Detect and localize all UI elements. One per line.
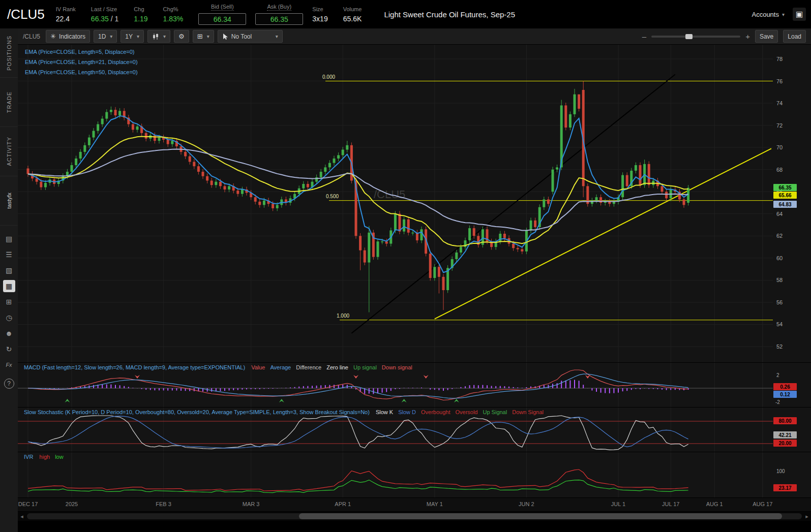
- scroll-left-arrow[interactable]: ◂: [18, 513, 26, 520]
- macd-value-axis-box: 0.26: [773, 383, 797, 390]
- zoom-slider[interactable]: [651, 36, 740, 38]
- svg-text:74: 74: [776, 100, 783, 106]
- history-clock-icon[interactable]: ◷: [3, 311, 15, 324]
- sidebar-icon-column: ▤☰▧▦⊞◷☻↻Fx?: [3, 233, 15, 389]
- active-chart-icon[interactable]: ▦: [3, 280, 15, 292]
- chg-stat: Chg 1.19: [134, 6, 147, 23]
- community-icon[interactable]: ☻: [3, 327, 15, 339]
- ask-button[interactable]: 66.35: [255, 13, 303, 25]
- overbought-axis-box: 80.00: [773, 417, 797, 424]
- save-button[interactable]: Save: [755, 30, 778, 43]
- drawing-tool-dropdown[interactable]: No Tool ▾: [218, 30, 283, 43]
- svg-text:70: 70: [776, 144, 783, 150]
- chg-value: 1.19: [134, 15, 147, 23]
- legend-item: high: [39, 454, 50, 460]
- sidebar-tab-positions[interactable]: POSITIONS: [0, 28, 18, 78]
- load-button[interactable]: Load: [783, 30, 806, 43]
- contract-description: Light Sweet Crude Oil Futures, Sep-25: [384, 10, 515, 19]
- macd-title: MACD (Fast length=12, Slow length=26, MA…: [24, 364, 245, 370]
- ask-stat: Ask (Buy) 66.35: [255, 4, 303, 25]
- grid-layout-icon[interactable]: ⊞: [3, 296, 15, 308]
- svg-text:60: 60: [776, 255, 783, 261]
- size-label: Size: [312, 6, 323, 12]
- time-axis: DEC 172025FEB 3MAR 3APR 1MAY 1JUN 2JUL 1…: [18, 497, 811, 511]
- svg-text:54: 54: [776, 321, 783, 327]
- ivr-title: IVR: [24, 454, 33, 460]
- chgpct-value: 1.83%: [163, 15, 184, 23]
- accounts-dropdown[interactable]: Accounts ▾: [752, 11, 785, 18]
- chart-notes-icon[interactable]: ▧: [3, 264, 15, 276]
- svg-text:100: 100: [776, 468, 785, 474]
- last-size-stat: Last / Size 66.35 / 1: [91, 6, 119, 23]
- ema21-axis-box: 65.66: [773, 192, 797, 199]
- fx-icon[interactable]: Fx: [3, 359, 15, 371]
- scrollbar-thumb[interactable]: [299, 513, 782, 519]
- trading-app: /CLU5 IV Rank 22.4 Last / Size 66.35 / 1…: [0, 0, 811, 532]
- zoom-out-button[interactable]: –: [642, 32, 646, 41]
- time-axis-label: JUL 1: [611, 501, 625, 507]
- ema5-label: EMA (Price=CLOSE, Length=5, Displace=0): [25, 49, 138, 55]
- replay-icon[interactable]: ↻: [3, 343, 15, 355]
- time-axis-label: 2025: [66, 501, 78, 507]
- help-icon[interactable]: ?: [4, 379, 14, 389]
- symbol-title: /CLU5: [7, 7, 45, 22]
- range-dropdown[interactable]: 1Y ▾: [121, 30, 144, 43]
- time-axis-label: MAR 3: [243, 501, 260, 507]
- svg-text:64: 64: [776, 211, 783, 217]
- legend-item: Average: [270, 364, 291, 370]
- grid-layout-icon: ⊞: [197, 33, 203, 40]
- sidebar-tab-activity[interactable]: ACTIVITY: [0, 127, 18, 176]
- chart-area: EMA (Price=CLOSE, Length=5, Displace=0) …: [18, 45, 811, 532]
- sidebar-tab-tastyfx[interactable]: tastyfx: [0, 176, 18, 226]
- horizontal-scrollbar[interactable]: ◂ ▸: [18, 512, 811, 521]
- last-size: / 1: [111, 15, 119, 23]
- indicators-icon: ✳: [50, 33, 56, 40]
- indicators-label: Indicators: [59, 33, 85, 40]
- chart-settings-button[interactable]: ⚙: [174, 30, 189, 43]
- time-axis-label: APR 1: [335, 501, 351, 507]
- chevron-down-icon: ▾: [782, 12, 785, 17]
- ema21-label: EMA (Price=CLOSE, Length=21, Displace=0): [25, 59, 138, 65]
- chgpct-label: Chg%: [163, 6, 178, 12]
- iv-rank-stat: IV Rank 22.4: [56, 6, 76, 23]
- timeframe-value: 1D: [98, 33, 106, 40]
- svg-text:-2: -2: [775, 399, 780, 405]
- legend-item: Value: [251, 364, 265, 370]
- time-axis-label: MAY 1: [427, 501, 443, 507]
- last-size-label: Last / Size: [91, 6, 117, 12]
- ivr-chart-canvas[interactable]: 100: [18, 452, 811, 498]
- timeframe-dropdown[interactable]: 1D ▾: [94, 30, 117, 43]
- zoom-slider-handle[interactable]: [685, 34, 693, 39]
- stochastic-title: Slow Stochastic (K Period=10, D Period=1…: [24, 409, 370, 415]
- stochastic-legend: Slow KSlow DOverboughtOversoldUp SignalD…: [376, 409, 544, 415]
- scrollbar-track[interactable]: [27, 513, 802, 519]
- volume-value: 65.6K: [343, 15, 362, 23]
- ask-label: Ask (Buy): [267, 4, 291, 11]
- watchlist-icon[interactable]: ☰: [3, 248, 15, 261]
- svg-text:58: 58: [776, 277, 783, 283]
- size-stat: Size 3x19: [312, 6, 327, 23]
- sidebar-tab-trade[interactable]: TRADE: [0, 78, 18, 127]
- bid-stat: Bid (Sell) 66.34: [198, 4, 246, 25]
- ivr-panel: IVR highlow 100 23.17: [18, 452, 811, 498]
- price-chart-canvas[interactable]: /CLU50.0000.5001.00078767472706866646260…: [18, 45, 811, 362]
- apps-grid-icon[interactable]: ▣: [793, 8, 806, 21]
- indicators-button[interactable]: ✳ Indicators: [46, 30, 90, 43]
- scroll-right-arrow[interactable]: ▸: [803, 513, 811, 520]
- svg-text:62: 62: [776, 233, 783, 239]
- iv-rank-label: IV Rank: [56, 6, 76, 12]
- bid-button[interactable]: 66.34: [198, 13, 246, 25]
- svg-text:0.500: 0.500: [326, 194, 339, 199]
- chart-type-dropdown[interactable]: ▾: [147, 30, 170, 43]
- svg-text:56: 56: [776, 299, 783, 305]
- legend-item: Overbought: [421, 409, 450, 415]
- time-axis-label: DEC 17: [18, 501, 38, 507]
- svg-text:76: 76: [776, 78, 783, 84]
- layout-grid-dropdown[interactable]: ⊞ ▾: [193, 30, 214, 43]
- volume-label: Volume: [343, 6, 362, 12]
- oversold-axis-box: 20.00: [773, 440, 797, 447]
- zoom-in-button[interactable]: +: [745, 32, 750, 41]
- orders-page-icon[interactable]: ▤: [3, 233, 15, 245]
- time-axis-label: AUG 1: [706, 501, 723, 507]
- svg-text:52: 52: [776, 343, 783, 350]
